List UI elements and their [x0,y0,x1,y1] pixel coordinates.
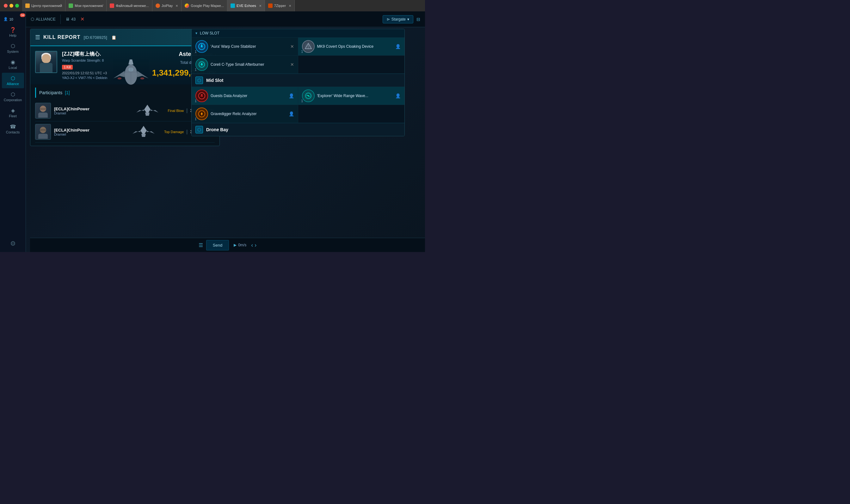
item-name-wave-scanner: 'Explorer' Wide Range Wave... [317,94,393,98]
equipment-item-warp-stabilizer[interactable]: 'Aura' Warp Core Stabilizer ✕ 1 [192,38,298,56]
tab-eve-echoes[interactable]: EVE Echoes ✕ [228,0,265,12]
warp-core-svg [198,42,206,51]
tab-joiplay[interactable]: JoiPlay ✕ [152,0,181,12]
sidebar-item-fleet[interactable]: ◈ Fleet [2,105,24,121]
sidebar-item-corporation[interactable]: ⬡ Corporation [2,89,24,104]
avatar-image [36,52,57,72]
tab-google-play[interactable]: Google Play Марке... [181,0,228,12]
stargate-button[interactable]: ⊳ Stargate ▾ [383,15,413,23]
person-icon: 👤 [395,44,401,49]
item-qty: 1 [301,99,303,103]
svg-point-19 [201,46,202,47]
nav-icons: ‹ › [251,242,256,249]
tab-app-center[interactable]: Центр приложений [22,0,66,12]
sidebar-item-help[interactable]: ❓ Help [2,24,24,40]
participant-row: [ECLA]ChinPower Dramiel [35,100,215,122]
item-qty: 1 [195,68,197,71]
menu-icon[interactable]: ☰ [35,34,40,41]
equipment-item-afterburner[interactable]: Coreli C-Type Small Afterburner ✕ 1 [192,56,298,74]
tab-label: 7Zipper [274,4,286,7]
filter-icon[interactable]: ⊟ [416,17,420,22]
equipment-item-data-analyzer[interactable]: Guests Data Analyzer 👤 1 [192,87,298,105]
tab-file-mgr[interactable]: Файловый менеже... [107,0,152,12]
sidebar: 👤 10 34 ❓ Help ⬡ System ◉ Local ⬡ Allian… [0,12,26,252]
avatar-glasses [40,108,46,110]
sidebar-item-alliance[interactable]: ⬡ Alliance [2,73,24,88]
avatar-body [38,112,48,118]
sidebar-user-count[interactable]: 👤 10 34 [2,15,24,24]
send-button[interactable]: Send [206,240,229,250]
equipment-item-cloaking[interactable]: MK9 Covert Ops Cloaking Device 👤 1 [298,38,405,56]
chevron-left-icon[interactable]: ‹ [251,242,253,249]
send-area: ☰ Send [199,240,229,250]
chevron-right-icon[interactable]: › [255,242,256,249]
participant-details: [ECLA]ChinPower Dramiel [54,107,90,115]
participant-avatar[interactable] [35,124,51,140]
avatar-body [38,134,48,139]
item-qty: 1 [301,50,303,53]
local-icon: ◉ [3,59,22,65]
drone-bay-title: Drone Bay [206,127,228,132]
svg-point-26 [201,63,202,64]
mid-slot-title: Mid Slot [206,78,223,83]
speed-icon: ▶ [234,243,237,247]
item-name-data-analyzer: Guests Data Analyzer [211,94,286,98]
topbar-close-button[interactable]: ✕ [80,16,85,22]
participant-avatar-image [38,104,48,118]
equipment-item-relic-analyzer[interactable]: Gravedigger Relic Analyzer 👤 1 [192,105,298,123]
chevron-down-icon: ▾ [195,31,197,35]
tab-close-7zipper[interactable]: ✕ [289,4,291,7]
sidebar-label: Local [8,66,17,70]
tab-close-joiplay[interactable]: ✕ [176,4,178,7]
item-icon-relic-analyzer [195,108,208,120]
tab-7zipper[interactable]: 7Zipper ✕ [265,0,295,12]
participant-ship-icon [129,124,158,140]
sidebar-item-system[interactable]: ⬡ System [2,40,24,56]
participant-ship: Dramiel [54,111,90,115]
sidebar-label: Contacts [6,130,20,134]
item-close-icon[interactable]: ✕ [290,62,294,67]
close-dot[interactable] [4,4,7,7]
person-icon: 👤 [289,111,294,116]
copy-icon[interactable]: 📋 [111,35,116,40]
low-slot-row[interactable]: ▾ LOW SLOT [192,29,404,38]
kill-report-title: KILL REPORT [43,34,80,40]
gear-button[interactable]: ⚙ [10,240,16,247]
mid-slot-header: ⬡ Mid Slot [192,74,404,87]
svg-point-5 [140,77,145,79]
tab-label: JoiPlay [162,4,173,7]
kill-badge: 1 Kill [62,65,73,70]
svg-marker-14 [132,130,140,134]
item-qty: 1 [195,117,197,121]
tab-close-eve[interactable]: ✕ [259,4,261,7]
svg-marker-11 [150,109,159,112]
topbar-divider [60,15,61,24]
tab-my-apps[interactable]: Мои приложения/ [66,0,107,12]
svg-point-33 [308,95,309,96]
item-name-afterburner: Coreli C-Type Small Afterburner [211,62,288,67]
sidebar-label: Fleet [9,114,16,118]
equipment-item-wave-scanner[interactable]: 'Explorer' Wide Range Wave... 👤 1 [298,87,405,105]
participants-title: Participants [39,90,62,95]
svg-rect-30 [200,96,203,97]
maximize-dot[interactable] [15,4,19,7]
item-name-warp-stabilizer: 'Aura' Warp Core Stabilizer [211,44,288,49]
dramiel-svg [133,103,162,117]
kill-report-id: [ID:6708925] [84,35,107,40]
sidebar-badge: 34 [20,13,25,17]
final-blow-label: Final Blow [168,109,184,112]
participant-avatar[interactable] [35,103,51,119]
avatar-head [40,127,46,133]
tab-label: Мои приложения/ [75,4,103,7]
low-slot-grid: 'Aura' Warp Core Stabilizer ✕ 1 MK9 Cove… [192,38,404,74]
tab-label: Google Play Марке... [191,4,224,7]
svg-marker-12 [145,112,149,116]
item-close-icon[interactable]: ✕ [290,44,294,49]
sidebar-item-contacts[interactable]: ☎ Contacts [2,121,24,137]
sidebar-item-local[interactable]: ◉ Local [2,57,24,72]
equipment-panel: ▾ LOW SLOT 'Aura' Warp Core Stabilizer ✕… [191,29,405,136]
system-icon: ⬡ [3,43,22,49]
person-icon: 👤 [289,93,294,98]
minimize-dot[interactable] [10,4,13,7]
wave-scanner-svg [304,92,312,100]
